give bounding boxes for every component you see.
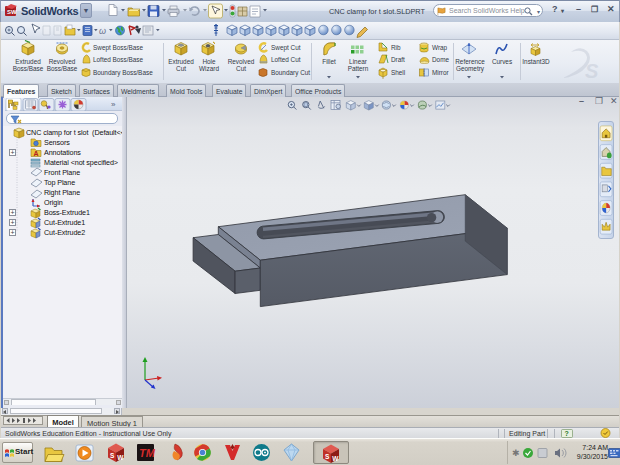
- svg-text:W: W: [332, 455, 339, 462]
- svg-text:S: S: [585, 60, 599, 82]
- svg-text:A: A: [33, 150, 38, 157]
- svg-text:W: W: [117, 454, 124, 461]
- svg-text:✱: ✱: [512, 448, 520, 458]
- svg-text:S: S: [110, 452, 115, 459]
- svg-text:?: ?: [565, 430, 569, 437]
- svg-text:TM: TM: [139, 447, 156, 459]
- svg-text:ω: ω: [99, 26, 106, 36]
- svg-text:»: »: [111, 100, 116, 109]
- svg-text:SW: SW: [7, 9, 17, 15]
- svg-text:S: S: [325, 453, 330, 460]
